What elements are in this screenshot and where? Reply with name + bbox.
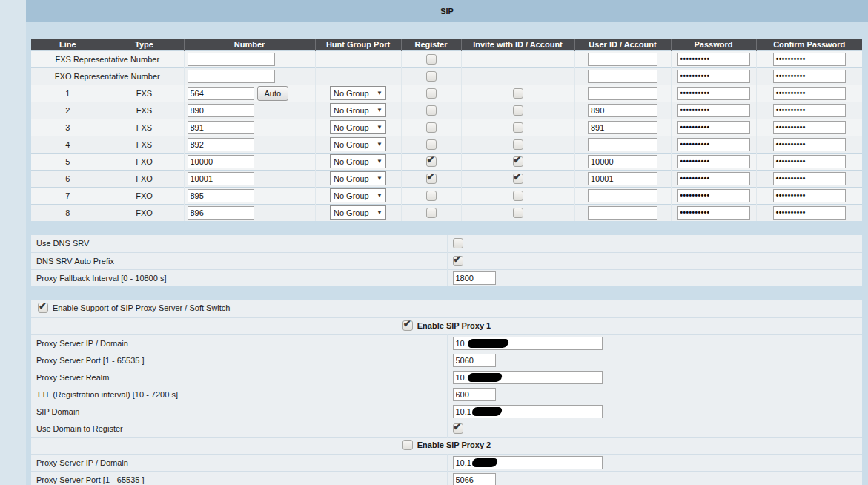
- col-header-register: Register: [401, 39, 461, 50]
- confirm-password-field[interactable]: ••••••••••: [773, 70, 846, 83]
- proxy1-ip-label: Proxy Server IP / Domain: [31, 334, 447, 352]
- number-input[interactable]: [188, 53, 275, 66]
- register-checkbox[interactable]: ✔: [426, 88, 437, 99]
- user-id-input[interactable]: [588, 189, 657, 202]
- user-id-input[interactable]: [588, 53, 657, 66]
- use-domain-to-register-checkbox[interactable]: ✔: [453, 423, 463, 434]
- confirm-password-field[interactable]: ••••••••••: [773, 104, 846, 117]
- checkmark-icon: ✔: [514, 154, 522, 165]
- number-input[interactable]: [188, 172, 254, 185]
- confirm-password-field[interactable]: ••••••••••: [773, 138, 846, 151]
- number-input[interactable]: [188, 206, 254, 220]
- hunt-group-select[interactable]: No Group▼: [330, 137, 386, 151]
- user-id-input[interactable]: [588, 138, 657, 151]
- password-field[interactable]: ••••••••••: [677, 189, 750, 202]
- confirm-password-field[interactable]: ••••••••••: [773, 155, 846, 168]
- hunt-group-select[interactable]: No Group▼: [330, 120, 386, 134]
- register-checkbox[interactable]: ✔: [426, 54, 437, 65]
- enable-sip-proxy-1-checkbox[interactable]: ✔: [402, 320, 413, 331]
- password-field[interactable]: ••••••••••: [677, 87, 750, 100]
- invite-checkbox[interactable]: ✔: [513, 105, 523, 116]
- use-dns-srv-checkbox[interactable]: ✔: [453, 238, 463, 248]
- proxy1-port-input[interactable]: [453, 354, 496, 367]
- enable-sip-proxy-1-row: ✔ Enable SIP Proxy 1: [31, 317, 862, 334]
- user-id-input[interactable]: [588, 121, 657, 134]
- number-input[interactable]: [188, 189, 254, 202]
- number-input[interactable]: [188, 155, 254, 168]
- fxo-representative-row: FXO Representative Number ✔ •••••••••• •…: [31, 67, 862, 85]
- confirm-password-field[interactable]: ••••••••••: [773, 189, 846, 202]
- chevron-down-icon: ▼: [377, 90, 382, 96]
- number-input[interactable]: [188, 70, 275, 83]
- confirm-password-field[interactable]: ••••••••••: [773, 53, 846, 66]
- user-id-input[interactable]: [588, 172, 657, 185]
- password-field[interactable]: ••••••••••: [677, 70, 750, 83]
- register-checkbox[interactable]: ✔: [426, 122, 437, 133]
- chevron-down-icon: ▼: [377, 209, 382, 216]
- confirm-password-field[interactable]: ••••••••••: [773, 206, 846, 220]
- invite-checkbox[interactable]: ✔: [513, 88, 523, 99]
- invite-checkbox[interactable]: ✔: [513, 191, 523, 201]
- proxy2-port-input[interactable]: [453, 473, 496, 485]
- proxy1-realm-input[interactable]: 10.: [453, 371, 603, 384]
- register-checkbox[interactable]: ✔: [426, 105, 437, 116]
- register-checkbox[interactable]: ✔: [426, 174, 437, 184]
- proxy2-ip-input[interactable]: 10.1: [453, 456, 603, 469]
- confirm-password-field[interactable]: ••••••••••: [773, 121, 846, 134]
- invite-checkbox[interactable]: ✔: [513, 156, 523, 167]
- hunt-group-select[interactable]: No Group▼: [330, 205, 386, 220]
- user-id-input[interactable]: [588, 70, 657, 83]
- password-field[interactable]: ••••••••••: [677, 206, 750, 220]
- register-checkbox[interactable]: ✔: [426, 191, 437, 201]
- enable-support-checkbox[interactable]: ✔: [38, 303, 48, 313]
- rep-row-label: FXO Representative Number: [31, 67, 184, 85]
- invite-checkbox[interactable]: ✔: [513, 139, 523, 150]
- proxy-fallback-interval-input[interactable]: [453, 271, 496, 285]
- number-input[interactable]: [188, 104, 254, 117]
- confirm-password-field[interactable]: ••••••••••: [773, 172, 846, 185]
- proxy1-port-label: Proxy Server Port [1 - 65535 ]: [31, 352, 447, 369]
- user-id-input[interactable]: [588, 87, 657, 100]
- register-checkbox[interactable]: ✔: [426, 71, 437, 82]
- proxy1-ip-input[interactable]: 10.: [453, 337, 603, 350]
- titlebar: SIP: [26, 0, 868, 22]
- proxy1-ttl-input[interactable]: [453, 388, 496, 401]
- hunt-group-select[interactable]: No Group▼: [330, 103, 386, 117]
- number-input[interactable]: [188, 138, 254, 151]
- hunt-group-select[interactable]: No Group▼: [330, 188, 386, 202]
- line-row-8: 8 FXO No Group▼ ✔ ✔ •••••••••• •••••••••…: [31, 204, 862, 221]
- password-field[interactable]: ••••••••••: [677, 138, 750, 151]
- register-checkbox[interactable]: ✔: [426, 156, 437, 167]
- auto-button[interactable]: Auto: [257, 86, 289, 101]
- dns-srv-auto-prefix-checkbox[interactable]: ✔: [453, 256, 463, 266]
- hunt-group-select[interactable]: No Group▼: [330, 171, 386, 185]
- hunt-group-select[interactable]: No Group▼: [330, 86, 386, 100]
- user-id-input[interactable]: [588, 206, 657, 220]
- password-field[interactable]: ••••••••••: [677, 172, 750, 185]
- content-panel: SIP Line Type Number Hunt Group Port Reg…: [26, 0, 868, 485]
- line-row-2: 2 FXS No Group▼ ✔ ✔ •••••••••• •••••••••…: [31, 102, 862, 119]
- invite-checkbox[interactable]: ✔: [513, 122, 523, 133]
- confirm-password-field[interactable]: ••••••••••: [773, 87, 846, 100]
- password-field[interactable]: ••••••••••: [677, 104, 750, 117]
- line-table-header-row: Line Type Number Hunt Group Port Registe…: [31, 39, 862, 50]
- sip-domain-label: SIP Domain: [31, 403, 447, 420]
- hunt-group-select[interactable]: No Group▼: [330, 154, 386, 168]
- register-checkbox[interactable]: ✔: [426, 139, 437, 150]
- redaction-blob: [467, 373, 502, 382]
- chevron-down-icon: ▼: [377, 141, 382, 148]
- proxy1-ttl-row: TTL (Registration interval) [10 - 7200 s…: [31, 386, 862, 403]
- number-input[interactable]: [188, 121, 254, 134]
- invite-checkbox[interactable]: ✔: [513, 174, 523, 184]
- user-id-input[interactable]: [588, 104, 657, 117]
- password-field[interactable]: ••••••••••: [677, 155, 750, 168]
- invite-checkbox[interactable]: ✔: [513, 208, 523, 218]
- register-checkbox[interactable]: ✔: [426, 208, 437, 218]
- password-field[interactable]: ••••••••••: [677, 53, 750, 66]
- line-type: FXS: [105, 85, 184, 102]
- password-field[interactable]: ••••••••••: [677, 121, 750, 134]
- sip-domain-input[interactable]: 10.1: [453, 405, 603, 418]
- user-id-input[interactable]: [588, 155, 657, 168]
- enable-sip-proxy-2-checkbox[interactable]: ✔: [402, 440, 413, 450]
- number-input[interactable]: [188, 87, 254, 100]
